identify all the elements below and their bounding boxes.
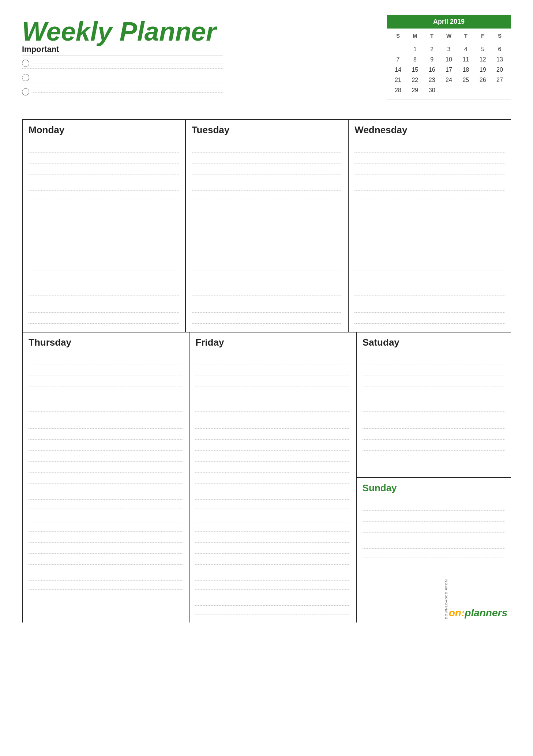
wed-line-13[interactable] xyxy=(354,288,505,296)
mon-line-13[interactable] xyxy=(29,288,179,296)
thu-line-14[interactable] xyxy=(29,515,183,523)
tue-line-8[interactable] xyxy=(192,228,342,238)
fri-line-17[interactable] xyxy=(195,544,350,554)
mon-line-8[interactable] xyxy=(29,228,179,238)
fri-line-11[interactable] xyxy=(195,473,350,484)
mon-line-5[interactable] xyxy=(29,191,179,199)
thu-line-20[interactable] xyxy=(29,582,183,590)
thu-line-9[interactable] xyxy=(29,451,183,462)
thu-line-7[interactable] xyxy=(29,429,183,440)
mon-line-4[interactable] xyxy=(29,183,179,191)
sun-line-5[interactable] xyxy=(363,549,505,557)
mon-line-15[interactable] xyxy=(29,313,179,324)
sat-line-5[interactable] xyxy=(363,404,505,412)
wed-line-4[interactable] xyxy=(354,183,505,191)
fri-line-2[interactable] xyxy=(195,366,350,376)
tue-line-3[interactable] xyxy=(192,164,342,174)
fri-line-14[interactable] xyxy=(195,515,350,523)
wed-line-2[interactable] xyxy=(354,153,505,163)
fri-line-1[interactable] xyxy=(195,355,350,365)
fri-line-4[interactable] xyxy=(195,395,350,403)
fri-line-18[interactable] xyxy=(195,554,350,565)
sat-line-2[interactable] xyxy=(363,366,505,376)
thu-line-2[interactable] xyxy=(29,366,183,376)
thu-line-6[interactable] xyxy=(29,418,183,429)
sat-line-4[interactable] xyxy=(363,395,505,403)
sat-line-1[interactable] xyxy=(363,355,505,365)
tue-line-1[interactable] xyxy=(192,142,342,153)
wed-line-9[interactable] xyxy=(354,239,505,249)
thu-line-1[interactable] xyxy=(29,355,183,365)
sun-line-3[interactable] xyxy=(363,522,505,533)
sat-line-3[interactable] xyxy=(363,377,505,387)
wed-line-7[interactable] xyxy=(354,217,505,227)
fri-line-19[interactable] xyxy=(195,573,350,581)
tue-line-4[interactable] xyxy=(192,183,342,191)
thu-line-11[interactable] xyxy=(29,473,183,484)
wed-line-10[interactable] xyxy=(354,250,505,260)
tue-line-15[interactable] xyxy=(192,313,342,324)
fri-line-20[interactable] xyxy=(195,582,350,590)
wed-line-12[interactable] xyxy=(354,279,505,287)
fri-line-12[interactable] xyxy=(195,492,350,500)
thu-line-10[interactable] xyxy=(29,462,183,473)
sat-line-7[interactable] xyxy=(363,429,505,440)
fri-line-5[interactable] xyxy=(195,404,350,412)
fri-line-8[interactable] xyxy=(195,440,350,451)
tue-line-10[interactable] xyxy=(192,250,342,260)
fri-line-6[interactable] xyxy=(195,418,350,429)
thu-line-16[interactable] xyxy=(29,533,183,543)
wed-line-8[interactable] xyxy=(354,228,505,238)
mon-line-9[interactable] xyxy=(29,239,179,249)
fri-line-3[interactable] xyxy=(195,377,350,387)
mon-line-7[interactable] xyxy=(29,217,179,227)
mon-line-10[interactable] xyxy=(29,250,179,260)
sun-line-4[interactable] xyxy=(363,541,505,549)
tue-line-2[interactable] xyxy=(192,153,342,163)
thu-line-15[interactable] xyxy=(29,524,183,532)
thu-line-18[interactable] xyxy=(29,554,183,565)
fri-line-7[interactable] xyxy=(195,429,350,440)
sat-line-6[interactable] xyxy=(363,418,505,429)
tue-line-5[interactable] xyxy=(192,191,342,199)
mon-line-11[interactable] xyxy=(29,261,179,271)
wed-line-11[interactable] xyxy=(354,261,505,271)
wed-line-5[interactable] xyxy=(354,191,505,199)
mon-line-12[interactable] xyxy=(29,279,179,287)
sat-line-8[interactable] xyxy=(363,440,505,451)
thu-line-17[interactable] xyxy=(29,544,183,554)
thu-line-5[interactable] xyxy=(29,404,183,412)
sun-line-2[interactable] xyxy=(363,511,505,522)
tue-line-6[interactable] xyxy=(192,206,342,216)
tue-line-7[interactable] xyxy=(192,217,342,227)
sun-line-1[interactable] xyxy=(363,500,505,511)
tue-line-12[interactable] xyxy=(192,279,342,287)
fri-line-15[interactable] xyxy=(195,524,350,532)
fri-line-16[interactable] xyxy=(195,533,350,543)
wed-line-14[interactable] xyxy=(354,302,505,313)
mon-line-3[interactable] xyxy=(29,164,179,174)
wed-line-1[interactable] xyxy=(354,142,505,153)
mon-line-6[interactable] xyxy=(29,206,179,216)
thu-line-12[interactable] xyxy=(29,492,183,500)
tue-line-11[interactable] xyxy=(192,261,342,271)
fri-line-10[interactable] xyxy=(195,462,350,473)
tue-line-13[interactable] xyxy=(192,288,342,296)
thu-line-13[interactable] xyxy=(29,500,183,508)
thu-line-19[interactable] xyxy=(29,573,183,581)
thu-line-3[interactable] xyxy=(29,377,183,387)
wed-line-3[interactable] xyxy=(354,164,505,174)
fri-line-9[interactable] xyxy=(195,451,350,462)
mon-line-1[interactable] xyxy=(29,142,179,153)
fri-line-22[interactable] xyxy=(195,606,350,614)
tue-line-9[interactable] xyxy=(192,239,342,249)
wed-line-6[interactable] xyxy=(354,206,505,216)
mon-line-14[interactable] xyxy=(29,302,179,313)
thu-line-8[interactable] xyxy=(29,440,183,451)
fri-line-21[interactable] xyxy=(195,598,350,606)
tue-line-14[interactable] xyxy=(192,302,342,313)
mon-line-2[interactable] xyxy=(29,153,179,163)
wed-line-15[interactable] xyxy=(354,313,505,324)
thu-line-4[interactable] xyxy=(29,395,183,403)
fri-line-13[interactable] xyxy=(195,500,350,508)
